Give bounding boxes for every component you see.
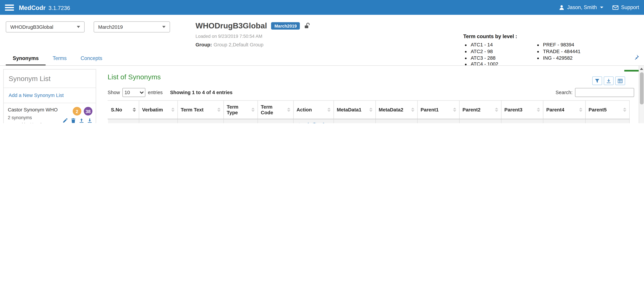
dictionary-select[interactable]: WHODrugB3Global <box>6 21 85 33</box>
vertical-scrollbar[interactable] <box>639 66 644 123</box>
filter-button[interactable] <box>592 77 602 85</box>
version-select-value: March2019 <box>98 24 123 30</box>
vertical-scrollbar-thumb[interactable] <box>640 72 643 104</box>
user-icon <box>558 4 565 11</box>
column-label: Parent1 <box>420 107 439 113</box>
delete-icon[interactable] <box>312 123 317 123</box>
entries-label: entries <box>148 90 163 95</box>
column-header-verbatim[interactable]: Verbatim <box>139 101 178 119</box>
synonym-list-item[interactable]: Castor Synonym WHO2 synonymscreated by U… <box>4 103 96 123</box>
group-line: Group:Group 2,Default Group <box>196 42 311 48</box>
app-name: MedCodr <box>19 4 46 11</box>
version-select[interactable]: March2019 <box>94 21 170 33</box>
edit-icon[interactable] <box>304 123 309 123</box>
app-brand: MedCodr 3.1.7236 <box>19 4 70 11</box>
cell-term-code: 00002701004 <box>258 119 294 123</box>
edit-icon[interactable] <box>62 118 68 123</box>
column-header-parent1[interactable]: Parent1 <box>418 101 459 119</box>
support-label: Support <box>621 5 639 10</box>
support-link[interactable]: Support <box>612 4 639 11</box>
column-label: MetaData1 <box>337 107 362 113</box>
unlock-icon[interactable] <box>304 23 311 29</box>
menu-icon[interactable] <box>5 3 14 12</box>
table-toolbar <box>590 77 625 85</box>
sort-icon <box>411 108 414 112</box>
term-count-item: ATC1 - 14 <box>471 42 536 48</box>
column-label: Parent3 <box>504 107 522 113</box>
upload-icon[interactable] <box>79 118 84 123</box>
download-icon[interactable] <box>87 118 92 123</box>
page-title: WHODrugB3Global <box>196 21 267 31</box>
column-label: Parent2 <box>462 107 480 113</box>
search-label: Search: <box>556 90 572 95</box>
cell-term-type: TRADE <box>224 119 258 123</box>
table-body: 1AspirinASPIRIN [ACETYLSALICYLIC ACID]TR… <box>108 119 630 123</box>
column-header-parent3[interactable]: Parent3 <box>501 101 543 119</box>
cell-parent2: 2ATC2 ANTITHROMBOTIC AGENTS [B01] <box>460 119 501 123</box>
sort-icon <box>537 108 540 112</box>
add-synonym-list-link[interactable]: Add a New Synonym List <box>4 88 96 103</box>
tab-concepts[interactable]: Concepts <box>74 52 109 65</box>
term-count-item: PREF - 98394 <box>543 42 580 48</box>
cell-metadata2: indication(Blood Clot) <box>376 119 418 123</box>
cell-parent4: 4ATC4 PLATELET AGGREGATION INHIBITORS EX… <box>543 119 586 123</box>
sort-icon <box>252 108 255 112</box>
column-header-metadata2[interactable]: MetaData2 <box>376 101 418 119</box>
sort-icon <box>579 108 582 112</box>
tab-terms[interactable]: Terms <box>46 52 74 65</box>
synonym-list-meta: 2 synonyms <box>8 114 61 121</box>
tab-synonyms[interactable]: Synonyms <box>6 52 46 65</box>
column-header-parent4[interactable]: Parent4 <box>543 101 586 119</box>
cell-parent3: 3ATC3 ANTITHROMBOTIC AGENTS [B01A] <box>501 119 543 123</box>
term-counts-title: Term counts by level : <box>463 34 580 40</box>
scroll-up-arrow[interactable] <box>639 66 644 71</box>
user-name: Jason, Smith <box>567 5 597 10</box>
user-menu[interactable]: Jason, Smith <box>558 4 603 11</box>
column-header-parent2[interactable]: Parent2 <box>460 101 501 119</box>
dictionary-select-value: WHODrugB3Global <box>10 24 53 30</box>
entries-select[interactable]: 10 <box>122 88 146 97</box>
column-header-term-type[interactable]: Term Type <box>224 101 258 119</box>
synonym-list-name: Castor Synonym WHO <box>8 107 61 113</box>
version-badge: March2019 <box>271 22 300 30</box>
sort-icon <box>495 108 498 112</box>
group-label: Group: <box>196 42 212 48</box>
column-header-s-no[interactable]: S.No <box>108 101 139 119</box>
column-header-term-text[interactable]: Term Text <box>178 101 224 119</box>
sort-icon <box>327 108 331 112</box>
synonym-list-panel: Synonym List Add a New Synonym List Cast… <box>3 69 96 123</box>
showing-entries-text: Showing 1 to 4 of 4 entries <box>170 90 232 95</box>
app-version: 3.1.7236 <box>48 5 70 11</box>
synonym-list-meta: created by User2 <box>8 121 61 123</box>
export-button[interactable] <box>604 77 614 85</box>
table-controls: Show 10 entries Showing 1 to 4 of 4 entr… <box>108 88 634 97</box>
pin-icon[interactable] <box>633 54 639 60</box>
link-icon[interactable] <box>320 123 325 123</box>
column-label: Parent5 <box>588 107 607 113</box>
sidebar-title: Synonym List <box>4 69 96 88</box>
columns-button[interactable] <box>615 77 625 85</box>
app-window: MedCodr 3.1.7236 Jason, Smith Support WH… <box>0 0 644 123</box>
cell-parent1: 1ATC1 BLOOD AND BLOOD FORMING ORGANS [B] <box>418 119 459 123</box>
search-input[interactable] <box>575 88 634 97</box>
table-row: 1AspirinASPIRIN [ACETYLSALICYLIC ACID]TR… <box>108 119 630 123</box>
bolt-icon[interactable] <box>296 123 302 123</box>
column-header-parent5[interactable]: Parent5 <box>586 101 630 119</box>
column-label: Term Code <box>261 104 286 115</box>
column-header-metadata1[interactable]: MetaData1 <box>334 101 376 119</box>
sort-icon <box>217 108 221 112</box>
sort-icon <box>369 108 373 112</box>
count-badge-orange: 2 <box>73 107 81 115</box>
sort-icon <box>287 108 290 112</box>
mail-icon <box>612 4 619 11</box>
column-label: S.No <box>111 107 122 113</box>
column-label: Parent4 <box>546 107 564 113</box>
sort-icon <box>453 108 456 112</box>
delete-icon[interactable] <box>71 118 76 123</box>
column-header-action[interactable]: Action <box>294 101 334 119</box>
cell-action <box>294 119 334 123</box>
group-value: Group 2,Default Group <box>214 42 264 48</box>
column-header-term-code[interactable]: Term Code <box>258 101 294 119</box>
cell-metadata1: Route(Oral) <box>334 119 376 123</box>
synonyms-main-panel: List of Synonyms Show 10 entries Showing… <box>96 66 644 123</box>
